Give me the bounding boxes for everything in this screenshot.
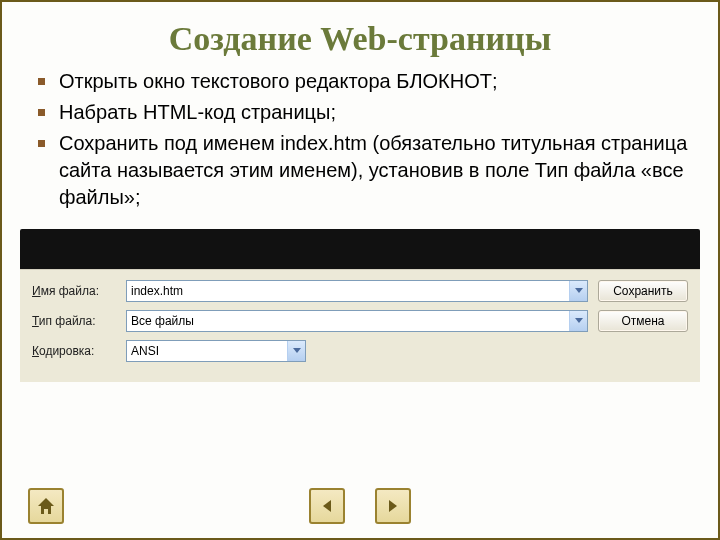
list-item-text: Открыть окно текстового редактора БЛОКНО… [59,68,688,95]
filetype-label: Тип файла: [32,314,116,328]
svg-marker-4 [323,500,331,512]
nav-bar [2,488,718,524]
arrow-right-icon [385,498,401,514]
bullet-icon [38,109,45,116]
bullet-list: Открыть окно текстового редактора БЛОКНО… [2,68,718,211]
filetype-select[interactable]: Все файлы [126,310,588,332]
next-button[interactable] [375,488,411,524]
save-dialog-screenshot: Имя файла: index.htm Тип файла: Все файл… [2,229,718,382]
list-item-text: Сохранить под именем index.htm (обязател… [59,130,688,211]
filename-row: Имя файла: index.htm [32,280,588,302]
svg-marker-5 [389,500,397,512]
bullet-icon [38,140,45,147]
list-item: Набрать HTML-код страницы; [38,99,688,126]
dialog-dark-strip [20,229,700,269]
chevron-down-icon[interactable] [287,341,305,361]
filename-input[interactable]: index.htm [126,280,588,302]
save-dialog-panel: Имя файла: index.htm Тип файла: Все файл… [20,269,700,382]
chevron-down-icon[interactable] [569,281,587,301]
arrow-left-icon [319,498,335,514]
svg-marker-3 [38,498,54,514]
encoding-label: Кодировка: [32,344,116,358]
filename-value: index.htm [131,284,569,298]
page-title: Создание Web-страницы [2,20,718,58]
save-button[interactable]: Сохранить [598,280,688,302]
svg-marker-1 [575,318,583,323]
home-button[interactable] [28,488,64,524]
svg-marker-2 [293,348,301,353]
list-item-text: Набрать HTML-код страницы; [59,99,688,126]
svg-marker-0 [575,288,583,293]
encoding-value: ANSI [131,344,287,358]
chevron-down-icon[interactable] [569,311,587,331]
encoding-select[interactable]: ANSI [126,340,306,362]
list-item: Открыть окно текстового редактора БЛОКНО… [38,68,688,95]
home-icon [36,496,56,516]
filetype-row: Тип файла: Все файлы [32,310,588,332]
list-item: Сохранить под именем index.htm (обязател… [38,130,688,211]
filename-label: Имя файла: [32,284,116,298]
cancel-button[interactable]: Отмена [598,310,688,332]
prev-button[interactable] [309,488,345,524]
bullet-icon [38,78,45,85]
filetype-value: Все файлы [131,314,569,328]
encoding-row: Кодировка: ANSI [32,340,588,362]
